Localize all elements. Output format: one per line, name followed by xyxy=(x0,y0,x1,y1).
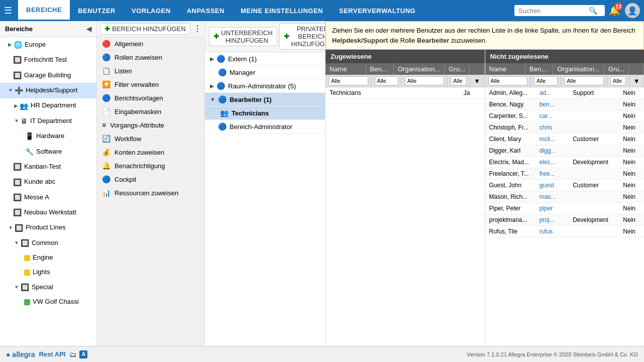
sub-item-manager[interactable]: 🔵 Manager xyxy=(205,66,325,79)
sidebar-item-vwgolf[interactable]: VW Golf Chassi xyxy=(0,295,96,309)
table-row[interactable]: Freelancer, T... free... Nein xyxy=(485,168,645,180)
sidebar-item-messe[interactable]: 🔲 Messe A xyxy=(0,190,96,205)
filter-sort-arrow[interactable]: ▼ xyxy=(629,75,644,87)
sidebar-header: Bereiche ◀ xyxy=(0,21,96,37)
info-text: Ziehen Sie ein oder mehrere Benutzer aus… xyxy=(332,27,635,44)
filter-name-input[interactable] xyxy=(488,76,528,85)
sidebar-item-garage[interactable]: 🔲 Garage Building xyxy=(0,68,96,83)
sub-item-technicians[interactable]: 👥 Technicians xyxy=(205,106,325,120)
accessibility-icon[interactable]: A xyxy=(79,350,87,358)
file-icon[interactable]: 🗂 xyxy=(69,350,76,358)
table-row[interactable]: Client, Mary mcli... Customer Nein xyxy=(485,134,645,145)
more-options-icon[interactable]: ⋮ xyxy=(193,24,201,34)
filter-sort-arrow[interactable]: ▼ xyxy=(470,75,485,87)
table-row[interactable]: Admin, Alleg... ad... Support Nein xyxy=(485,87,645,99)
menu-eingabemasken[interactable]: 📄 Eingabemasken xyxy=(97,105,204,118)
filter-ben-input[interactable] xyxy=(375,76,398,85)
nav-benutzer[interactable]: BENUTZER xyxy=(70,0,124,21)
filter-name[interactable] xyxy=(326,75,372,87)
sidebar-item-software[interactable]: 🔧 Software xyxy=(0,144,96,159)
filter-org[interactable] xyxy=(402,75,448,87)
filter-gru-input[interactable] xyxy=(451,76,466,85)
menu-workflow[interactable]: 🔄 Workflow xyxy=(97,132,204,146)
add-private-button[interactable]: ✚ PRIVATEN BEREICH HINZUFÜGEN xyxy=(279,23,326,50)
menu-benachrichtigung[interactable]: 🔔 Benachrichtigung xyxy=(97,159,204,173)
menu-listen[interactable]: 📋 Listen xyxy=(97,64,204,78)
table-row[interactable]: Bence, Nagy ben... Nein xyxy=(485,99,645,110)
sub-item-label: Manager xyxy=(230,69,255,76)
menu-allgemein[interactable]: 🔴 Allgemein xyxy=(97,37,204,51)
filter-ben-input[interactable] xyxy=(534,76,558,85)
notification-bell[interactable]: 🔔 13 xyxy=(609,5,620,16)
filter-ben[interactable] xyxy=(372,75,402,87)
nav-bereiche[interactable]: BEREICHE xyxy=(18,0,70,21)
sidebar-collapse-button[interactable]: ◀ xyxy=(86,25,91,33)
hamburger-icon[interactable]: ☰ xyxy=(4,5,12,16)
sidebar-item-europe[interactable]: ▶ 🌐 Europe xyxy=(0,37,96,52)
menu-cockpit[interactable]: 🔵 Cockpit xyxy=(97,173,204,186)
sidebar-item-neubau[interactable]: 🔲 Neubau Werkstatt xyxy=(0,205,96,220)
sidebar-item-special[interactable]: ▼ 🔲 Special xyxy=(0,280,96,295)
filter-gru[interactable] xyxy=(448,75,470,87)
filter-gru-input[interactable] xyxy=(610,76,626,85)
table-row[interactable]: Technicians Ja xyxy=(326,87,485,99)
sidebar-item-kanban[interactable]: 🔲 Kanban-Test xyxy=(0,159,96,174)
sidebar-item-fortschritt[interactable]: 🔲 Fortschritt Test xyxy=(0,52,96,67)
table-row[interactable]: Carpenter, S... car... Nein xyxy=(485,110,645,122)
nav-vorlagen[interactable]: VORLAGEN xyxy=(124,0,179,21)
globe-icon: 🌐 xyxy=(14,39,22,50)
filter-org-input[interactable] xyxy=(405,76,445,85)
table-row[interactable]: Electrix, Mad... elec... Development Nei… xyxy=(485,157,645,168)
filter-gru[interactable] xyxy=(607,75,629,87)
right-table-title: Nicht zugewiesene xyxy=(485,50,645,63)
allgemein-icon: 🔴 xyxy=(102,40,111,48)
menu-konten[interactable]: 💰 Konten zuweisen xyxy=(97,146,204,159)
cell-gru: Nein xyxy=(619,157,644,168)
table-row[interactable]: projektmana... proj... Development Nein xyxy=(485,214,645,226)
menu-ressourcen[interactable]: 📊 Ressourcen zuweisen xyxy=(97,186,204,200)
rest-api-link[interactable]: Rest API xyxy=(39,350,65,358)
sidebar-item-helpdesk[interactable]: ▼ ➕ Helpdesk/Support xyxy=(0,83,96,98)
nav-einstellungen[interactable]: MEINE EINSTELLUNGEN xyxy=(233,0,331,21)
sidebar-item-lights[interactable]: Lights xyxy=(0,265,96,280)
col-name: Name xyxy=(485,63,526,75)
sub-item-bereichadmin[interactable]: 🔵 Bereich-Administrator xyxy=(205,120,325,134)
table-row[interactable]: Piper, Peter piper Nein xyxy=(485,203,645,214)
add-subarea-button[interactable]: ✚ UNTERBEREICH HINZUFÜGEN xyxy=(209,27,277,46)
sidebar-item-it[interactable]: ▼ 🖥 IT Department xyxy=(0,113,96,129)
sidebar-item-label: Hardware xyxy=(36,131,64,142)
table-row[interactable]: Guest, John guest Customer Nein xyxy=(485,180,645,191)
table-row[interactable]: Rufus, Tile rufus Nein xyxy=(485,226,645,237)
search-box[interactable]: 🔍 xyxy=(514,5,605,16)
sidebar-item-productlines[interactable]: ▼ 🔲 Product Lines xyxy=(0,220,96,235)
sidebar-item-common[interactable]: ▼ 🔲 Common xyxy=(0,235,96,251)
menu-berichtsvorlagen[interactable]: 🔵 Berichtsvorlagen xyxy=(97,91,204,105)
add-private-label: PRIVATEN BEREICH HINZUFÜGEN xyxy=(291,25,326,48)
filter-org[interactable] xyxy=(561,75,607,87)
sidebar-item-kunde[interactable]: 🔲 Kunde abc xyxy=(0,175,96,190)
sub-item-bearbeiter[interactable]: ▼ 🔵 Bearbeiter (1) xyxy=(205,93,325,106)
sidebar-item-hardware[interactable]: 📱 Hardware xyxy=(0,129,96,144)
filter-name-input[interactable] xyxy=(329,76,368,85)
filter-org-input[interactable] xyxy=(564,76,604,85)
cell-name: Client, Mary xyxy=(485,134,535,145)
search-input[interactable] xyxy=(518,7,589,15)
sidebar-item-hr[interactable]: ▶ 👥 HR Department xyxy=(0,98,96,113)
filter-name[interactable] xyxy=(485,75,531,87)
menu-filter[interactable]: 🔽 Filter verwalten xyxy=(97,78,204,91)
sub-item-extern[interactable]: ▶ 🔵 Extern (1) xyxy=(205,52,325,66)
filter-ben[interactable] xyxy=(531,75,561,87)
add-area-button[interactable]: ✚ BEREICH HINZUFÜGEN xyxy=(100,23,190,35)
sub-item-raumadmin[interactable]: ▶ 🔵 Raum-Administrator (5) xyxy=(205,79,325,93)
sidebar-item-engine[interactable]: Engine xyxy=(0,251,96,265)
table-row[interactable]: Digger, Karl digg... Nein xyxy=(485,145,645,157)
menu-rollen[interactable]: 🔵 Rollen zuweisen xyxy=(97,51,204,64)
table-row[interactable]: Christoph, Fr... chris Nein xyxy=(485,122,645,134)
nav-server[interactable]: SERVERVERWALTUNG xyxy=(331,0,423,21)
berichte-icon: 🔵 xyxy=(102,94,111,102)
cell-gru: Nein xyxy=(619,203,644,214)
table-row[interactable]: Mason, Rich... mas... Nein xyxy=(485,191,645,203)
avatar[interactable]: 👤 xyxy=(625,3,640,18)
menu-vorgangs[interactable]: ≡ Vorgangs-Attribute xyxy=(97,118,204,132)
nav-anpassen[interactable]: ANPASSEN xyxy=(179,0,233,21)
